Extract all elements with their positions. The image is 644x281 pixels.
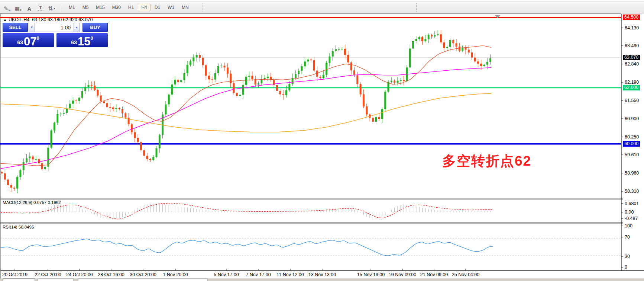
symbol-collapse-icon[interactable]: ▲ (3, 18, 7, 22)
buy-button[interactable]: BUY (82, 23, 108, 32)
sell-price-prefix: 63 (17, 39, 23, 45)
sell-price-big: 07 (24, 36, 36, 47)
chart-symbol-label: UKOil-,H4 (9, 17, 29, 22)
macd-label: MACD(12,26,9) 0.0757 0.1962 (3, 200, 61, 205)
chart-annotation-text: 多空转折点62 (442, 152, 531, 170)
rsi-label: RSI(14) 50.8495 (3, 225, 34, 229)
chart-ohlc-values: 63.180 63.180 62.920 63.070 (32, 17, 93, 22)
buy-price-sup: 0 (90, 35, 93, 41)
chevron-down-icon: ▼ (30, 26, 33, 29)
sell-price-sup: 0 (36, 35, 39, 41)
volume-increase-button[interactable]: ▲ (74, 23, 80, 32)
buy-price-big: 15 (78, 36, 90, 47)
buy-price-prefix: 63 (71, 39, 77, 45)
sell-price-display[interactable]: 63 07 0 (3, 33, 54, 47)
volume-decrease-button[interactable]: ▼ (29, 23, 35, 32)
chevron-up-icon: ▲ (75, 26, 78, 29)
sell-button[interactable]: SELL (3, 23, 28, 32)
mt4-terminal-window: ✎E▦FAT⇅▾ M1M5M15M30H1H4D1W1MN 64.50064.1… (0, 0, 644, 281)
chart-title: ▲UKOil-,H4 63.180 63.180 62.920 63.070 (3, 17, 93, 22)
buy-price-display[interactable]: 63 15 0 (56, 33, 108, 47)
volume-input[interactable]: 1.00 (35, 23, 74, 32)
one-click-trading-panel: SELL ▼ 1.00 ▲ BUY 63 07 0 63 15 0 (3, 23, 110, 47)
